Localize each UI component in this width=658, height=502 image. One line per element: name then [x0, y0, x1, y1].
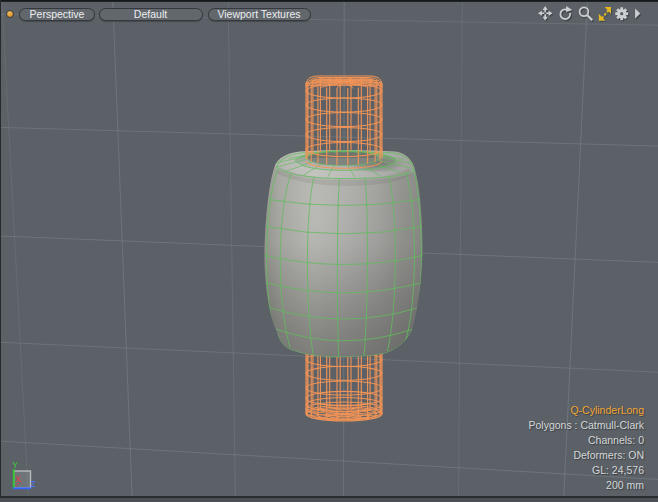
- svg-text:Z: Z: [31, 479, 36, 489]
- svg-text:X: X: [15, 474, 21, 484]
- svg-text:Y: Y: [12, 460, 18, 470]
